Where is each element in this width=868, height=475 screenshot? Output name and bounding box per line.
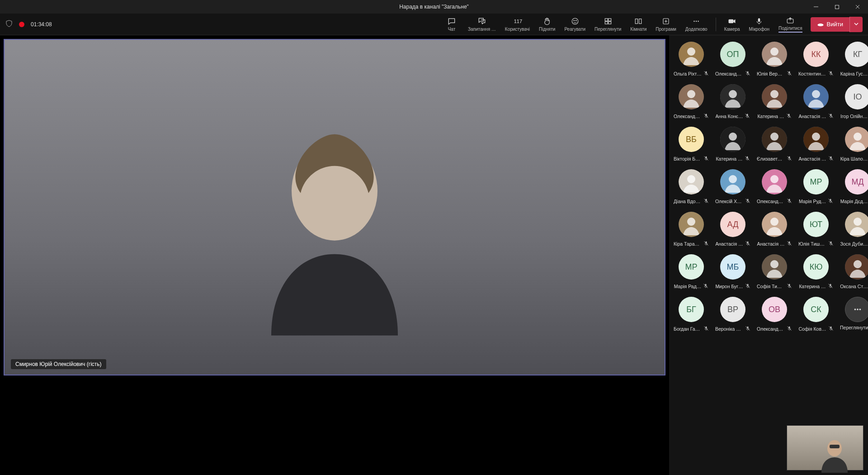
participant-tile[interactable]: Анастасія … [798,84,834,120]
participant-name: Олександр… [757,326,785,332]
participant-tile[interactable]: ЮТЮлія Тишк… [798,212,834,248]
chat-button[interactable]: Чат [441,16,462,33]
view-label: Переглянути [594,27,621,32]
participant-tile[interactable]: ВБВікторія Бу… [674,127,709,163]
maximize-button[interactable] [826,0,847,14]
participant-tile[interactable]: АДАнастасія … [715,212,750,248]
svg-rect-10 [636,19,638,24]
close-button[interactable] [847,0,868,14]
more-label: Додатково [685,27,708,32]
window-controls [806,0,868,14]
avatar-photo [679,42,704,67]
participant-tile[interactable]: Катерина … [757,84,792,120]
chat-icon [447,17,456,26]
participant-name: Катерина … [799,284,826,289]
participant-tile[interactable]: Кіра Шапо… [840,127,868,163]
main-stage: Смирнов Юрій Олексійович (гість) [0,35,669,475]
participant-name: Кіра Шапо… [840,156,868,162]
participant-label: Марія Рад… [674,282,709,290]
participant-tile[interactable]: Софія Тиш… [757,254,792,290]
svg-point-14 [696,21,697,22]
participant-label: Анастасія … [757,240,792,248]
avatar-photo [679,212,704,237]
participant-tile[interactable]: Єлизавета … [757,127,792,163]
avatar-initials: ЮТ [803,212,829,237]
camera-label: Камера [724,27,740,32]
participant-tile[interactable]: ОПОлександр… [715,42,750,78]
participant-tile[interactable]: МБМирон Буг… [715,254,750,290]
participant-tile[interactable]: Катерина … [715,127,750,163]
share-button[interactable]: Поділитися [775,15,806,33]
participant-tile[interactable]: КККостянтин … [798,42,834,78]
participant-tile[interactable]: Анна Конє… [715,84,750,120]
view-more-tile[interactable]: Переглянути в… [840,297,868,333]
avatar-photo [762,42,787,67]
participant-tile[interactable]: Кіра Тарас… [674,212,709,248]
mic-muted-icon [787,240,792,248]
leave-options-button[interactable] [849,17,863,32]
participant-tile[interactable]: БГБогдан Гал… [674,297,709,333]
participant-tile[interactable]: ВРВероніка Р… [715,297,750,333]
avatar-initials: КК [803,42,829,67]
participant-tile[interactable]: Олександр… [757,169,792,205]
avatar-photo [679,169,704,195]
apps-icon [661,17,670,26]
svg-point-5 [576,20,576,21]
participant-tile[interactable]: МДМарія Дєд… [840,169,868,205]
avatar-photo [845,127,868,152]
participant-tile[interactable]: Діана Вдов… [674,169,709,205]
participant-name: Олексій Хо… [715,199,743,204]
main-speaker-video[interactable]: Смирнов Юрій Олексійович (гість) [4,39,665,375]
participant-tile[interactable]: Олексій Хо… [715,169,750,205]
camera-button[interactable]: Камера [721,16,744,33]
svg-point-3 [572,18,578,24]
svg-point-56 [687,175,695,183]
participant-tile[interactable]: Юлія Верш… [757,42,792,78]
participant-tile[interactable]: КЮКатерина … [798,254,834,290]
participants-panel[interactable]: Ольга РіхтерОПОлександр…Юлія Верш…КККост… [669,35,868,475]
participant-tile[interactable]: Зося Дуби… [840,212,868,248]
self-view[interactable] [787,425,863,470]
participant-tile[interactable]: МРМарія Рад… [674,254,709,290]
qa-label: Запитання … [468,27,496,32]
svg-point-4 [574,20,575,21]
participant-name: Діана Вдов… [674,199,702,204]
apps-button[interactable]: Програми [652,16,680,33]
participant-label: Юлія Тишк… [798,240,834,248]
participant-label: Катерина … [716,155,750,163]
svg-point-92 [859,309,861,310]
react-button[interactable]: Реагувати [561,16,589,33]
participant-name: Олександр… [715,71,743,76]
participant-tile[interactable]: КГКаріна Гус… [840,42,868,78]
react-label: Реагувати [564,27,585,32]
rooms-button[interactable]: Кімнати [627,16,650,33]
more-button[interactable]: Додатково [682,16,711,33]
participant-tile[interactable]: ОВОлександр… [757,297,792,333]
svg-point-90 [854,309,856,310]
participant-tile[interactable]: МРМарія Руд… [798,169,834,205]
leave-button[interactable]: Вийти [811,17,849,32]
raise-hand-button[interactable]: Підняти [535,16,559,33]
participant-name: Анастасія … [798,114,826,119]
participant-tile[interactable]: Анастасія … [798,127,834,163]
participant-tile[interactable]: Анастасія … [757,212,792,248]
minimize-button[interactable] [806,0,826,14]
svg-rect-17 [758,18,760,22]
people-button[interactable]: 117 Користувачі [501,16,533,33]
view-button[interactable]: Переглянути [591,16,625,33]
svg-point-15 [698,21,699,22]
participant-tile[interactable]: СКСофія Ков… [798,297,834,333]
participant-tile[interactable]: Оксана Ст… [840,254,868,290]
participant-tile[interactable]: ІОІгор Олійн… [840,84,868,120]
qa-button[interactable]: Запитання … [464,16,500,33]
participant-tile[interactable]: Олександр… [674,84,709,120]
react-icon [571,17,580,26]
mic-button[interactable]: Мікрофон [745,16,773,33]
participant-tile[interactable]: Ольга Ріхтер [674,42,709,78]
recording-time: 01:34:08 [31,21,52,28]
avatar-photo [762,127,787,152]
avatar-initials: МБ [720,254,745,280]
participant-name: Анастасія … [757,241,784,247]
avatar-initials: ОП [720,42,745,67]
mic-muted-icon [828,197,833,205]
